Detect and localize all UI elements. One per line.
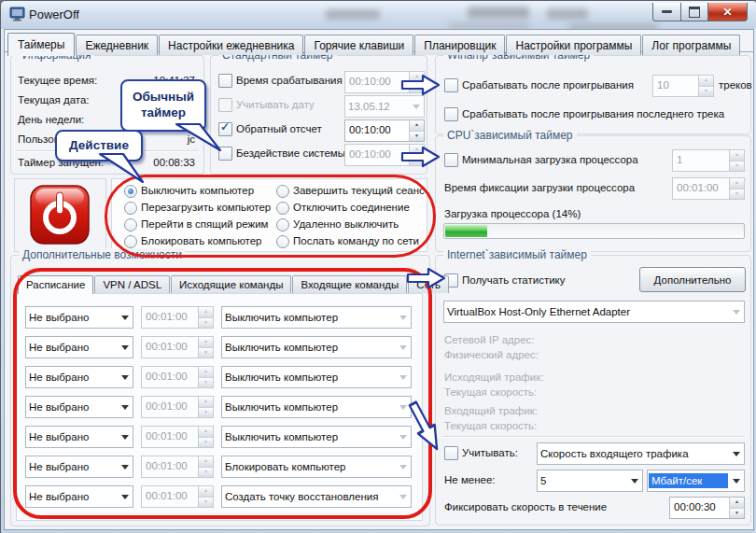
trigger-time-checkbox[interactable] — [218, 74, 232, 88]
countdown-spinner[interactable]: 00:10:00 ▲▼ — [344, 119, 425, 142]
schedule-when-select[interactable]: Не выбрано — [25, 456, 133, 478]
spin-down-icon[interactable]: ▼ — [199, 468, 213, 478]
spin-down-icon[interactable]: ▼ — [410, 156, 424, 166]
schedule-time-spinner[interactable]: 00:01:00▲▼ — [141, 485, 214, 508]
unit-select[interactable]: Мбайт/сек — [647, 470, 745, 492]
not-less-select[interactable]: 5 — [537, 470, 643, 492]
spin-up-icon[interactable]: ▲ — [199, 307, 213, 318]
spin-up-icon[interactable]: ▲ — [199, 427, 213, 438]
spin-down-icon[interactable]: ▼ — [199, 318, 213, 329]
tab-hotkeys[interactable]: Горячие клавиши — [304, 35, 413, 55]
spin-down-icon[interactable]: ▼ — [730, 509, 744, 519]
power-button[interactable] — [29, 184, 91, 245]
spin-up-icon[interactable]: ▲ — [199, 397, 213, 408]
schedule-time-spinner[interactable]: 00:01:00▲▼ — [141, 426, 214, 448]
schedule-time-spinner[interactable]: 00:01:00▲▼ — [141, 366, 214, 388]
spin-down-icon[interactable]: ▼ — [410, 132, 424, 142]
spin-up-icon[interactable]: ▲ — [410, 120, 424, 132]
spin-up-icon[interactable]: ▲ — [730, 150, 744, 161]
schedule-action-select[interactable]: Выключить компьютер — [221, 366, 412, 388]
radio-remote-shutdown[interactable] — [276, 218, 289, 231]
spin-up-icon[interactable]: ▲ — [199, 456, 213, 468]
spin-down-icon[interactable]: ▼ — [199, 348, 213, 358]
consider-checkbox[interactable] — [444, 446, 458, 460]
spin-up-icon[interactable]: ▲ — [410, 145, 424, 156]
actions-panel: Выключить компьютер Перезагрузить компью… — [111, 178, 427, 252]
tab-scheduler[interactable]: Планировщик — [414, 35, 505, 55]
use-date-select[interactable]: 13.05.12 — [344, 95, 425, 118]
schedule-when-select[interactable]: Не выбрано — [25, 306, 133, 329]
spin-down-icon[interactable]: ▼ — [199, 408, 213, 418]
schedule-action-select[interactable]: Выключить компьютер — [221, 336, 412, 358]
schedule-time-spinner[interactable]: 00:01:00▲▼ — [141, 456, 214, 478]
spin-down-icon[interactable]: ▼ — [699, 87, 713, 97]
schedule-time-spinner[interactable]: 00:01:00▲▼ — [141, 306, 214, 329]
subtab-schedule[interactable]: Расписание — [18, 275, 93, 294]
schedule-action-select[interactable]: Выключить компьютер — [221, 426, 412, 448]
spin-down-icon[interactable]: ▼ — [199, 438, 213, 448]
schedule-when-select[interactable]: Не выбрано — [25, 426, 133, 448]
spin-up-icon[interactable]: ▲ — [199, 367, 213, 378]
spin-down-icon[interactable]: ▼ — [730, 161, 744, 172]
spin-up-icon[interactable]: ▲ — [199, 486, 213, 498]
tab-daily[interactable]: Ежедневник — [76, 35, 158, 55]
adapter-select[interactable]: VirtualBox Host-Only Ethernet Adapter — [443, 301, 745, 323]
use-date-label: Учитывать дату — [236, 99, 315, 110]
schedule-action-select[interactable]: Выключить компьютер — [221, 306, 412, 329]
weekday-label: День недели: — [18, 114, 84, 125]
trigger-time-spinner[interactable]: 00:10:00 ▲▼ — [344, 71, 425, 93]
schedule-when-select[interactable]: Не выбрано — [25, 485, 133, 508]
schedule-time-spinner[interactable]: 00:01:00▲▼ — [141, 396, 214, 418]
radio-net-command[interactable] — [276, 235, 289, 248]
tab-program-log[interactable]: Лог программы — [642, 35, 740, 55]
spin-down-icon[interactable]: ▼ — [199, 498, 213, 508]
spin-up-icon[interactable]: ▲ — [199, 337, 213, 348]
spin-up-icon[interactable]: ▲ — [410, 72, 424, 83]
spin-down-icon[interactable]: ▼ — [730, 189, 744, 200]
radio-logoff[interactable] — [276, 185, 289, 198]
window-title: PowerOff — [29, 7, 79, 21]
more-button[interactable]: Дополнительно — [639, 267, 746, 292]
schedule-action-select[interactable]: Создать точку восстановления — [221, 485, 412, 508]
spin-up-icon[interactable]: ▲ — [699, 76, 713, 87]
radio-reboot[interactable] — [124, 202, 137, 215]
schedule-time-spinner[interactable]: 00:01:00▲▼ — [141, 336, 214, 358]
radio-lock[interactable] — [124, 235, 137, 248]
spin-down-icon[interactable]: ▼ — [199, 378, 213, 388]
min-load-checkbox[interactable] — [444, 153, 458, 167]
schedule-when-select[interactable]: Не выбрано — [25, 396, 133, 418]
radio-disconnect[interactable] — [276, 202, 289, 215]
schedule-when-select[interactable]: Не выбрано — [25, 366, 133, 388]
chevron-down-icon — [396, 460, 411, 473]
subtab-incoming-commands[interactable]: Входящие команды — [292, 275, 407, 293]
min-load-spinner[interactable]: 1 ▲▼ — [672, 149, 745, 172]
cpu-fix-time-spinner[interactable]: 00:01:00 ▲▼ — [672, 177, 745, 200]
idle-spinner[interactable]: 00:10:00 ▲▼ — [344, 144, 425, 166]
fix-speed-spinner[interactable]: 00:00:30 ▲▼ — [669, 497, 745, 519]
blurred-text — [547, 8, 588, 20]
spin-up-icon[interactable]: ▲ — [730, 498, 744, 509]
radio-shutdown[interactable] — [124, 185, 137, 198]
tab-daily-settings[interactable]: Настройки ежедневника — [159, 35, 303, 55]
close-button[interactable]: ✕ — [707, 3, 748, 21]
spin-up-icon[interactable]: ▲ — [730, 178, 744, 189]
schedule-action-select[interactable]: Выключить компьютер — [221, 396, 412, 418]
idle-checkbox[interactable] — [218, 147, 232, 161]
consider-select[interactable]: Скорость входящего трафика — [537, 442, 745, 465]
minimize-button[interactable] — [652, 3, 681, 21]
subtab-network[interactable]: Сеть — [408, 275, 449, 293]
tracks-spinner[interactable]: 10 ▲▼ — [652, 75, 714, 97]
use-date-checkbox[interactable] — [218, 98, 232, 112]
maximize-button[interactable] — [681, 3, 707, 21]
tab-timers[interactable]: Таймеры — [7, 33, 75, 56]
after-last-track-checkbox[interactable] — [444, 107, 458, 121]
countdown-checkbox[interactable]: ✓ — [218, 122, 232, 136]
radio-sleep[interactable] — [124, 218, 137, 231]
subtab-outgoing-commands[interactable]: Исходящие команды — [171, 275, 291, 293]
schedule-when-select[interactable]: Не выбрано — [25, 336, 133, 358]
after-tracks-checkbox[interactable] — [444, 78, 458, 92]
spin-down-icon[interactable]: ▼ — [410, 83, 424, 93]
schedule-action-select[interactable]: Блокировать компьютер — [221, 456, 412, 478]
subtab-vpn-adsl[interactable]: VPN / ADSL — [94, 275, 170, 293]
tab-program-settings[interactable]: Настройки программы — [506, 35, 641, 55]
